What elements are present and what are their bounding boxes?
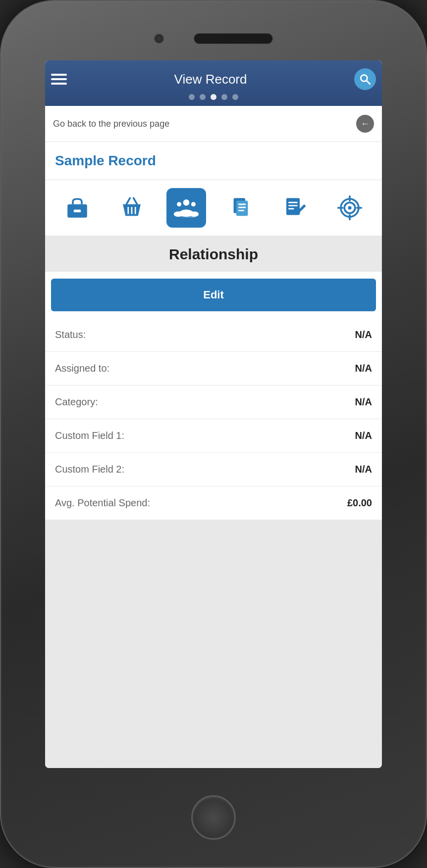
screen-container: View Record Go back to the previous page [45, 60, 382, 768]
field-row-0: Status:N/A [45, 318, 382, 352]
field-value-1: N/A [355, 363, 372, 374]
field-row-4: Custom Field 2:N/A [45, 453, 382, 486]
search-icon [359, 73, 372, 86]
field-value-3: N/A [355, 430, 372, 441]
back-bar[interactable]: Go back to the previous page ← [45, 106, 382, 142]
edit-doc-icon-button[interactable] [275, 188, 315, 228]
header-title: View Record [174, 72, 247, 87]
edit-doc-icon [282, 194, 309, 221]
briefcase-icon-button[interactable] [57, 188, 97, 228]
field-label-3: Custom Field 1: [55, 430, 124, 441]
field-label-0: Status: [55, 329, 86, 340]
field-label-1: Assigned to: [55, 363, 109, 374]
dot-4[interactable] [221, 94, 227, 100]
field-row-2: Category:N/A [45, 386, 382, 419]
svg-point-8 [177, 202, 181, 206]
edit-button[interactable]: Edit [51, 279, 376, 311]
fields-container: Status:N/AAssigned to:N/ACategory:N/ACus… [45, 318, 382, 520]
camera [154, 34, 164, 44]
app-header: View Record [45, 60, 382, 106]
field-label-4: Custom Field 2: [55, 464, 124, 475]
section-header: Relationship [45, 237, 382, 272]
group-icon [173, 194, 200, 221]
svg-point-9 [191, 202, 196, 206]
briefcase-icon [64, 194, 91, 221]
target-icon-button[interactable] [330, 188, 370, 228]
dot-3[interactable] [211, 94, 216, 100]
icon-toolbar [45, 180, 382, 237]
field-value-4: N/A [355, 464, 372, 475]
basket-icon-button[interactable] [112, 188, 152, 228]
group-icon-button[interactable] [166, 188, 206, 228]
field-row-3: Custom Field 1:N/A [45, 419, 382, 453]
record-title: Sample Record [55, 153, 156, 168]
hamburger-menu[interactable] [51, 74, 67, 85]
field-label-5: Avg. Potential Spend: [55, 497, 150, 509]
field-label-2: Category: [55, 396, 98, 408]
pagination-dots [51, 90, 376, 102]
field-row-1: Assigned to:N/A [45, 352, 382, 386]
field-value-0: N/A [355, 329, 372, 340]
field-value-2: N/A [355, 396, 372, 408]
dot-2[interactable] [200, 94, 206, 100]
svg-line-1 [367, 81, 370, 84]
field-value-5: £0.00 [347, 497, 372, 509]
svg-point-7 [183, 199, 190, 206]
section-title: Relationship [169, 246, 258, 262]
search-button[interactable] [354, 68, 376, 90]
record-title-bar: Sample Record [45, 142, 382, 180]
phone-bottom [191, 768, 236, 867]
dot-5[interactable] [232, 94, 238, 100]
phone-shell: View Record Go back to the previous page [0, 0, 427, 868]
basket-icon [118, 194, 145, 221]
home-button[interactable] [191, 795, 236, 840]
svg-point-11 [174, 211, 183, 217]
svg-point-12 [190, 211, 199, 217]
dot-1[interactable] [189, 94, 195, 100]
svg-rect-3 [74, 210, 81, 212]
svg-rect-14 [236, 201, 248, 216]
target-icon [336, 194, 363, 221]
documents-icon-button[interactable] [221, 188, 261, 228]
back-text: Go back to the previous page [53, 119, 169, 129]
phone-top-bar [1, 1, 426, 60]
svg-point-24 [348, 206, 351, 209]
back-arrow-button[interactable]: ← [356, 115, 374, 133]
edit-button-container: Edit [45, 272, 382, 318]
speaker [194, 33, 273, 44]
bottom-area [45, 520, 382, 768]
field-row-5: Avg. Potential Spend:£0.00 [45, 486, 382, 520]
documents-icon [227, 194, 254, 221]
